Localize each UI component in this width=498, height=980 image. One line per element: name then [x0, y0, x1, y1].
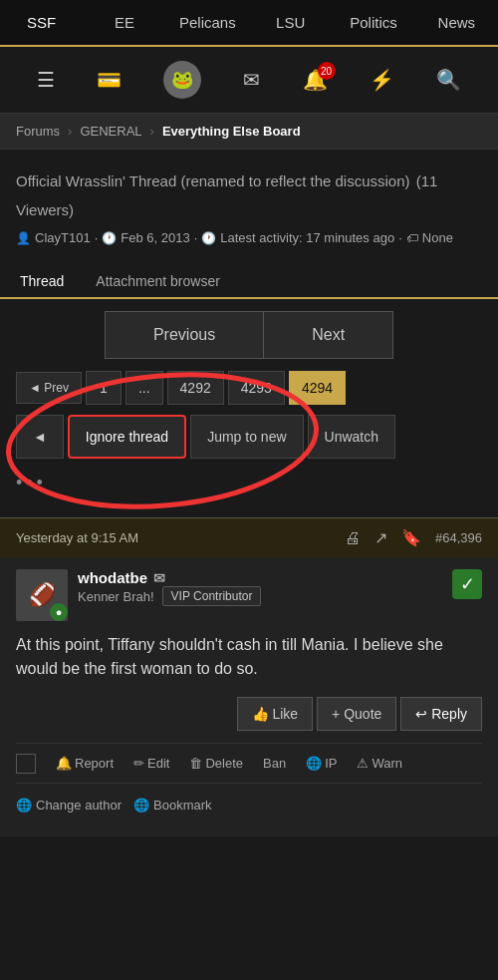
top-nav-bar: SSF EE Pelicans LSU Politics News [0, 0, 498, 47]
avatar-image: 🏈 [29, 582, 56, 608]
thread-title: Official Wrasslin' Thread (renamed to re… [16, 165, 482, 222]
mod-checkbox[interactable] [16, 754, 36, 774]
prev-next-row: Previous Next [16, 311, 482, 359]
bookmark-header-icon[interactable]: 🔖 [401, 528, 421, 547]
next-button[interactable]: Next [263, 311, 393, 359]
mail-icon[interactable]: ✉ [243, 68, 260, 92]
meta-sep3: · [398, 230, 402, 245]
nav-ssf[interactable]: SSF [0, 0, 83, 45]
page-4292[interactable]: 4292 [167, 371, 224, 405]
pagination-action-wrapper: ◄ Prev 1 ... 4292 4293 4294 ◄ Ignore thr… [16, 371, 482, 459]
like-button[interactable]: 👍 Like [237, 697, 314, 731]
ip-icon: 🌐 [306, 756, 322, 771]
page-dots: ... [125, 371, 163, 405]
post-container: Yesterday at 9:15 AM 🖨 ↗ 🔖 #64,396 🏈 ● w… [0, 517, 498, 836]
notification-icon[interactable]: 🔔 20 [303, 68, 328, 92]
page-1[interactable]: 1 [86, 371, 122, 405]
report-icon: 🔔 [56, 756, 72, 771]
edit-button[interactable]: ✏ Edit [125, 752, 177, 775]
bookmark-button[interactable]: 🌐 Bookmark [133, 794, 224, 817]
thread-header: Official Wrasslin' Thread (renamed to re… [0, 150, 498, 253]
change-author-icon: 🌐 [16, 798, 32, 813]
share-icon[interactable]: ↗ [374, 528, 387, 547]
warn-button[interactable]: ⚠ Warn [349, 752, 410, 775]
nav-pelicans[interactable]: Pelicans [166, 0, 249, 45]
dropdown-arrow-btn[interactable]: ◄ [16, 415, 64, 459]
post-header: Yesterday at 9:15 AM 🖨 ↗ 🔖 #64,396 [0, 517, 498, 557]
page-4294[interactable]: 4294 [289, 371, 346, 405]
breadcrumb-forums[interactable]: Forums [16, 124, 60, 139]
action-buttons-row: ◄ Ignore thread Jump to new Unwatch [16, 415, 482, 459]
page-4293[interactable]: 4293 [228, 371, 285, 405]
search-icon[interactable]: 🔍 [436, 68, 461, 92]
reply-button[interactable]: ↩ Reply [400, 697, 482, 731]
author-role: Kenner Brah! [78, 589, 154, 604]
bottom-actions: 🌐 Change author 🌐 Bookmark [16, 783, 482, 820]
post-body: 🏈 ● whodatbe ✉ Kenner Brah! VIP Contribu… [0, 557, 498, 836]
tab-thread[interactable]: Thread [16, 265, 68, 299]
unwatch-button[interactable]: Unwatch [308, 415, 395, 459]
author-info: whodatbe ✉ Kenner Brah! VIP Contributor [78, 569, 442, 606]
warn-icon: ⚠ [357, 756, 369, 771]
meta-sep1: · [95, 230, 99, 245]
tab-attachment-browser[interactable]: Attachment browser [92, 265, 224, 299]
post-header-icons: 🖨 ↗ 🔖 #64,396 [345, 528, 482, 547]
tabs-bar: Thread Attachment browser [0, 253, 498, 299]
tag-icon: 🏷 [406, 231, 418, 245]
author-mail-icon[interactable]: ✉ [153, 570, 165, 586]
author-name-row: whodatbe ✉ [78, 569, 442, 586]
print-icon[interactable]: 🖨 [345, 529, 361, 547]
delete-button[interactable]: 🗑 Delete [181, 752, 251, 775]
nav-politics[interactable]: Politics [332, 0, 414, 45]
delete-icon: 🗑 [189, 756, 202, 771]
breadcrumb: Forums › GENERAL › Everything Else Board [0, 114, 498, 150]
post-actions: 👍 Like + Quote ↩ Reply [16, 697, 482, 731]
user-icon: 👤 [16, 231, 31, 245]
report-button[interactable]: 🔔 Report [48, 752, 122, 775]
page-prev-arrow[interactable]: ◄ Prev [16, 372, 82, 404]
activity-icon: 🕐 [201, 231, 216, 245]
change-author-button[interactable]: 🌐 Change author [16, 794, 133, 817]
pagination-row: ◄ Prev 1 ... 4292 4293 4294 [16, 371, 482, 405]
thread-date: Feb 6, 2013 [121, 230, 189, 245]
check-icon[interactable]: ✓ [452, 569, 482, 599]
mod-actions: 🔔 Report ✏ Edit 🗑 Delete Ban 🌐 IP ⚠ Warn [16, 743, 482, 783]
notification-badge: 20 [318, 62, 336, 80]
meta-sep2: · [194, 230, 198, 245]
quote-button[interactable]: + Quote [317, 697, 396, 731]
breadcrumb-board: Everything Else Board [162, 124, 301, 139]
top-nav: SSF EE Pelicans LSU Politics News [0, 0, 498, 47]
nav-lsu[interactable]: LSU [249, 0, 332, 45]
bookmark-icon: 🌐 [133, 798, 149, 813]
breadcrumb-sep1: › [68, 124, 72, 139]
card-icon[interactable]: 💳 [97, 68, 122, 92]
dots-row: ••• [16, 469, 482, 497]
controls-area: Previous Next ◄ Prev 1 ... 4292 4293 429… [0, 299, 498, 509]
thread-tags: None [422, 230, 453, 245]
post-author-row: 🏈 ● whodatbe ✉ Kenner Brah! VIP Contribu… [16, 569, 482, 621]
logo-icon[interactable]: 🐸 [163, 61, 201, 99]
thread-meta: 👤 ClayT101 · 🕐 Feb 6, 2013 · 🕐 Latest ac… [16, 230, 482, 245]
nav-ee[interactable]: EE [83, 0, 165, 45]
ban-button[interactable]: Ban [255, 752, 294, 775]
ignore-thread-button[interactable]: Ignore thread [68, 415, 186, 459]
post-number: #64,396 [435, 530, 482, 545]
thread-author: ClayT101 [35, 230, 91, 245]
second-nav: ☰ 💳 🐸 ✉ 🔔 20 ⚡ 🔍 [0, 47, 498, 114]
author-username[interactable]: whodatbe [78, 569, 147, 586]
nav-news[interactable]: News [415, 0, 498, 45]
breadcrumb-general[interactable]: GENERAL [80, 124, 141, 139]
post-text: At this point, Tiffany shouldn't cash in… [16, 633, 482, 681]
avatar-wrap: 🏈 ● [16, 569, 68, 621]
menu-icon[interactable]: ☰ [37, 68, 55, 92]
bolt-icon[interactable]: ⚡ [370, 68, 394, 92]
vip-badge: VIP Contributor [162, 586, 262, 606]
previous-button[interactable]: Previous [105, 311, 263, 359]
author-sub-row: Kenner Brah! VIP Contributor [78, 586, 442, 606]
thread-activity: Latest activity: 17 minutes ago [220, 230, 394, 245]
post-timestamp: Yesterday at 9:15 AM [16, 530, 138, 545]
jump-to-new-button[interactable]: Jump to new [190, 415, 303, 459]
ip-button[interactable]: 🌐 IP [298, 752, 345, 775]
breadcrumb-sep2: › [150, 124, 154, 139]
edit-icon: ✏ [133, 756, 144, 771]
